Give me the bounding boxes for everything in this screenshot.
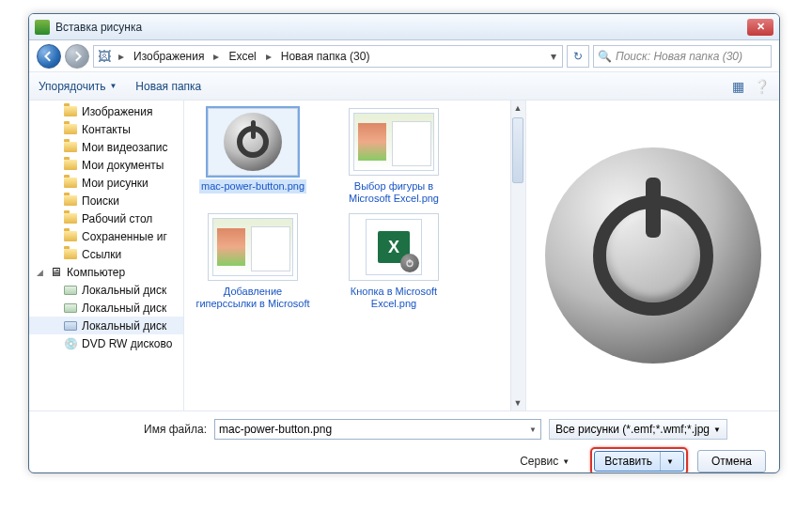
dvd-icon: 💿 xyxy=(63,337,78,350)
cancel-button[interactable]: Отмена xyxy=(697,450,766,472)
file-item[interactable]: Добавление гиперссылки в Microsoft xyxy=(192,213,314,311)
insert-button[interactable]: Вставить ▼ xyxy=(594,451,684,472)
dialog-body: Изображения Контакты Мои видеозапис Мои … xyxy=(29,101,779,410)
sidebar-item-pictures[interactable]: Мои рисунки xyxy=(29,174,183,192)
toolbar: Упорядочить▼ Новая папка ▦ ❔ xyxy=(29,72,779,101)
refresh-button[interactable]: ↻ xyxy=(567,45,589,68)
sidebar: Изображения Контакты Мои видеозапис Мои … xyxy=(29,101,184,410)
file-type-filter[interactable]: Все рисунки (*.emf;*.wmf;*.jpg▼ xyxy=(549,419,727,440)
file-name: Добавление гиперссылки в Microsoft xyxy=(192,285,314,311)
nav-forward-button[interactable] xyxy=(65,44,89,69)
file-thumb xyxy=(208,213,298,281)
sidebar-drive-1[interactable]: Локальный диск xyxy=(29,299,183,317)
file-thumb xyxy=(208,108,298,176)
breadcrumb-icon: 🖼 xyxy=(94,46,115,67)
organize-button[interactable]: Упорядочить▼ xyxy=(39,80,117,93)
sidebar-item-searches[interactable]: Поиски xyxy=(29,192,183,209)
preview-pane xyxy=(525,101,779,410)
view-icon[interactable]: ▦ xyxy=(732,79,744,94)
sidebar-group-computer[interactable]: ◢🖥Компьютер xyxy=(29,263,183,281)
sidebar-item-desktop[interactable]: Рабочий стол xyxy=(29,209,183,227)
file-item[interactable]: Выбор фигуры в Microsoft Excel.png xyxy=(333,108,455,206)
file-item-selected[interactable]: mac-power-button.png xyxy=(192,108,314,206)
breadcrumb-seg-2[interactable]: Excel xyxy=(223,46,261,67)
close-button[interactable] xyxy=(747,19,773,36)
titlebar: Вставка рисунка xyxy=(29,14,779,40)
new-folder-button[interactable]: Новая папка xyxy=(135,80,201,93)
sidebar-item-documents[interactable]: Мои документы xyxy=(29,156,183,174)
sidebar-item-contacts[interactable]: Контакты xyxy=(29,120,183,138)
nav-back-button[interactable] xyxy=(37,44,61,69)
excel-app-icon xyxy=(35,20,50,35)
toolbar-right: ▦ ❔ xyxy=(732,79,770,94)
filename-input[interactable]: mac-power-button.png▼ xyxy=(214,419,541,440)
breadcrumb-seg-1[interactable]: Изображения xyxy=(128,46,210,67)
file-pane[interactable]: mac-power-button.png Выбор фигуры в Micr… xyxy=(184,101,525,410)
window-buttons xyxy=(747,19,773,36)
filename-label: Имя файла: xyxy=(42,423,207,436)
dialog-window: Вставка рисунка 🖼 ▸ Изображения ▸ Excel … xyxy=(28,13,780,473)
preview-image xyxy=(545,147,761,364)
insert-button-highlight: Вставить ▼ xyxy=(590,447,688,473)
sidebar-drive-dvd[interactable]: 💿DVD RW дисково xyxy=(29,334,183,352)
nav-bar: 🖼 ▸ Изображения ▸ Excel ▸ Новая папка (3… xyxy=(29,40,779,72)
file-thumb xyxy=(349,108,439,176)
sidebar-item-saved[interactable]: Сохраненные иг xyxy=(29,227,183,245)
search-placeholder: Поиск: Новая папка (30) xyxy=(616,50,742,63)
bottom-panel: Имя файла: mac-power-button.png▼ Все рис… xyxy=(29,410,779,473)
file-thumb: X xyxy=(349,213,439,281)
sidebar-item-images[interactable]: Изображения xyxy=(29,102,183,120)
file-item[interactable]: X Кнопка в Microsoft Excel.png xyxy=(333,213,455,311)
search-icon: 🔍 xyxy=(598,50,612,63)
file-name: Выбор фигуры в Microsoft Excel.png xyxy=(333,179,455,206)
computer-icon: 🖥 xyxy=(48,266,63,279)
help-icon[interactable]: ❔ xyxy=(754,79,770,94)
insert-dropdown[interactable]: ▼ xyxy=(660,452,674,471)
sidebar-drive-0[interactable]: Локальный диск xyxy=(29,281,183,299)
breadcrumb-expand[interactable]: ▾ xyxy=(545,50,562,63)
file-name: mac-power-button.png xyxy=(199,179,306,194)
breadcrumb-seg-3[interactable]: Новая папка (30) xyxy=(275,46,376,67)
window-title: Вставка рисунка xyxy=(55,21,142,34)
sidebar-drive-2[interactable]: Локальный диск xyxy=(29,317,183,334)
file-name: Кнопка в Microsoft Excel.png xyxy=(333,285,455,311)
service-menu[interactable]: Сервис▼ xyxy=(520,455,570,468)
search-input[interactable]: 🔍 Поиск: Новая папка (30) xyxy=(593,45,772,68)
breadcrumb[interactable]: 🖼 ▸ Изображения ▸ Excel ▸ Новая папка (3… xyxy=(93,45,563,68)
sidebar-item-links[interactable]: Ссылки xyxy=(29,245,183,263)
sidebar-item-videos[interactable]: Мои видеозапис xyxy=(29,138,183,156)
scrollbar[interactable]: ▲▼ xyxy=(510,101,525,410)
